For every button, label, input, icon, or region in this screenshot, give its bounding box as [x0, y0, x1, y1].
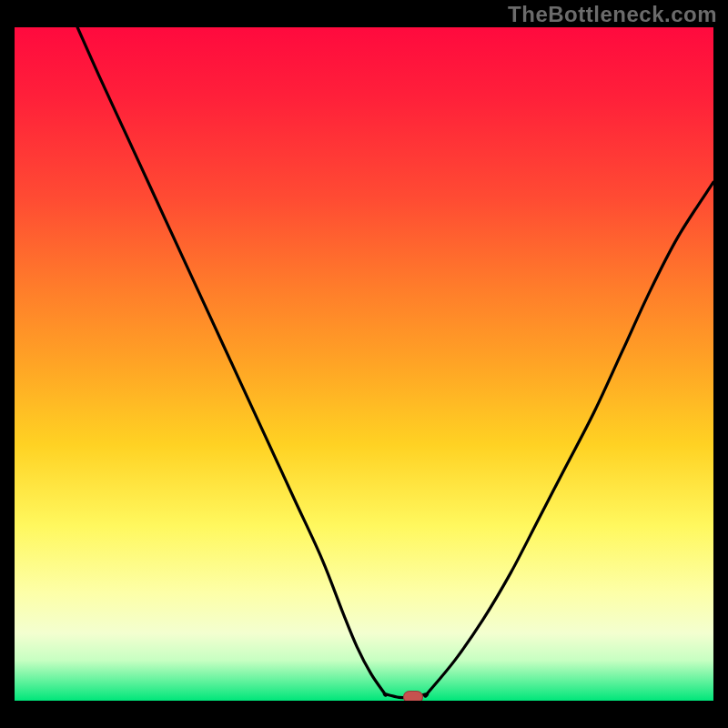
plot-area	[15, 27, 713, 701]
min-marker	[403, 691, 423, 701]
bottleneck-curve	[15, 27, 713, 701]
bottom-border	[15, 701, 713, 713]
curve-path	[77, 27, 713, 698]
watermark-text: TheBottleneck.com	[508, 2, 717, 27]
chart-frame: TheBottleneck.com	[0, 0, 728, 728]
